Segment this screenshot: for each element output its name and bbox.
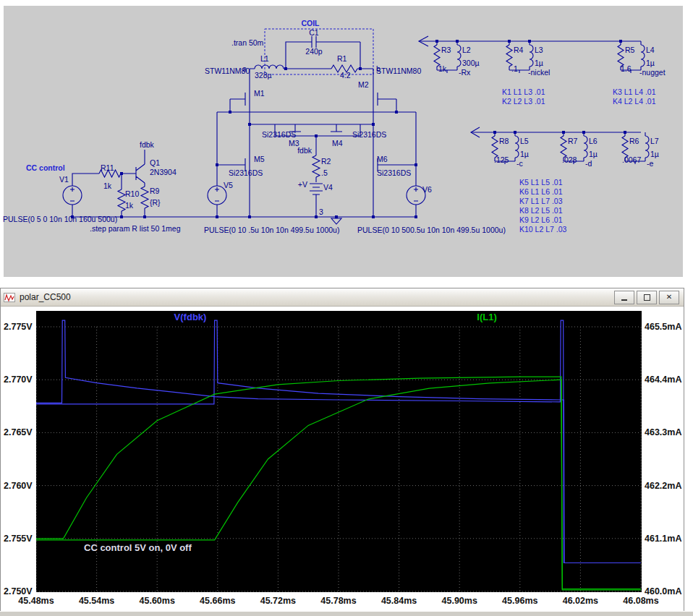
schematic-label: K6 L1 L6 .01 <box>519 187 563 196</box>
schematic-label: -Rx <box>459 68 471 77</box>
schematic-label: R1 <box>337 54 347 63</box>
schematic-label: Si2316DS <box>352 130 386 139</box>
schematic-label: C1 <box>309 28 319 37</box>
schematic-canvas[interactable]: COIL.tran 50mC1240pL1328µR14.2abSTW11NM8… <box>0 0 693 283</box>
plot-area[interactable]: V(fdbk)I(L1) CC control 5V on, 0V off <box>36 311 642 592</box>
schematic-label: L4 <box>646 46 655 54</box>
schematic-label: 1k <box>103 181 112 190</box>
schematic-label: -c <box>516 159 523 168</box>
schematic-label: 1µ <box>646 59 655 67</box>
schematic-label: R4 <box>514 46 524 54</box>
x-tick-label: 45.84ms <box>375 596 423 606</box>
trace-name-i-l1-[interactable]: I(L1) <box>477 312 496 322</box>
y-left-tick-label: 2.770V <box>4 375 33 385</box>
schematic-label: V1 <box>59 175 69 184</box>
x-tick-label: 45.54ms <box>73 596 121 606</box>
schematic-label: 2N3904 <box>150 168 177 176</box>
schematic-label: L3 <box>535 46 543 54</box>
trace-i-l1-run1 <box>36 377 641 589</box>
schematic-label: PULSE(0 10 .5u 10n 10n 499.5u 1000u) <box>204 226 339 234</box>
schematic-label: K3 L1 L4 .01 <box>613 87 656 96</box>
restore-icon <box>644 294 650 301</box>
y-right-tick-label: 461.1mA <box>645 534 681 544</box>
y-left-tick-label: 2.755V <box>4 534 33 544</box>
schematic-label: R7 <box>568 137 578 145</box>
schematic-label: 4.2 <box>340 71 351 80</box>
schematic-label: M2 <box>358 80 369 89</box>
schematic-label: V4 <box>323 183 333 192</box>
schematic-label: Si2316DS <box>377 168 411 177</box>
waveform-body: V(fdbk)I(L1) CC control 5V on, 0V off 2.… <box>1 307 684 611</box>
schematic-label: R3 <box>441 46 451 54</box>
schematic-label: L5 <box>520 137 529 145</box>
schematic-label: M1 <box>254 89 265 98</box>
schematic-label: M5 <box>254 155 265 163</box>
schematic-label: .tran 50m <box>231 38 264 47</box>
close-button[interactable]: ✕ <box>659 291 679 304</box>
schematic-label: fdbk <box>297 146 313 155</box>
schematic-label: -nugget <box>639 68 666 77</box>
schematic-label: .0067 <box>622 155 641 164</box>
schematic-label: 328µ <box>255 71 272 80</box>
schematic-label: 1k <box>125 201 134 210</box>
schematic-label: STW11NM80 <box>376 67 421 75</box>
x-tick-label: 46.08ms <box>617 596 665 606</box>
schematic-label: 3 <box>319 208 323 216</box>
schematic-label: PULSE(0 5 0 10n 10n 160u 500u) <box>3 215 117 223</box>
schematic-label: V5 <box>224 181 233 189</box>
schematic-label: .028 <box>562 155 577 164</box>
schematic-label: L7 <box>650 137 659 145</box>
schematic-label: R9 <box>150 187 160 195</box>
schematic-label: {R} <box>150 198 161 207</box>
schematic-label: -e <box>647 159 653 168</box>
schematic-label: R5 <box>625 46 635 54</box>
minimize-button[interactable] <box>614 291 634 304</box>
waveform-window: polar_CC500 ✕ V(fdbk)I(L1) CC control 5V… <box>0 288 684 611</box>
schematic-label: 1µ <box>520 150 529 158</box>
y-left-tick-label: 2.760V <box>4 481 33 491</box>
waveform-titlebar[interactable]: polar_CC500 ✕ <box>1 288 684 307</box>
schematic-label: 300µ <box>462 59 480 67</box>
schematic-pane[interactable]: COIL.tran 50mC1240pL1328µR14.2abSTW11NM8… <box>0 0 693 283</box>
x-tick-label: 45.78ms <box>315 596 362 606</box>
y-right-tick-label: 462.2mA <box>645 481 681 491</box>
schematic-label: V6 <box>422 185 432 194</box>
trace-name-v-fdbk-[interactable]: V(fdbk) <box>174 312 207 322</box>
y-right-tick-label: 464.4mA <box>645 375 681 385</box>
schematic-label: L6 <box>589 137 598 145</box>
schematic-label: R6 <box>629 137 639 145</box>
schematic-label: M6 <box>377 155 388 163</box>
schematic-label: -nickel <box>528 68 550 77</box>
schematic-label: K10 L2 L7 .03 <box>519 225 567 234</box>
schematic-label: fdbk <box>140 140 155 149</box>
waveform-icon <box>4 293 15 302</box>
schematic-label: 1µ <box>650 150 659 158</box>
y-left-tick-label: 2.775V <box>4 322 33 332</box>
y-left-tick-label: 2.750V <box>4 586 33 596</box>
y-right-tick-label: 463.3mA <box>645 427 681 437</box>
schematic-label: -d <box>585 159 592 168</box>
schematic-label: .step param R list 50 1meg <box>90 224 181 233</box>
schematic-label: K1 L1 L3 .01 <box>502 87 545 96</box>
y-left-tick-label: 2.765V <box>4 427 33 437</box>
schematic-label: .5 <box>321 168 328 177</box>
x-tick-label: 45.90ms <box>435 596 483 606</box>
schematic-label: L1 <box>260 54 269 63</box>
schematic-label: L2 <box>462 46 471 54</box>
x-tick-label: 45.66ms <box>194 596 242 606</box>
x-tick-label: 45.72ms <box>254 596 302 606</box>
x-tick-label: 46.02ms <box>556 596 604 606</box>
schematic-label: R10 <box>125 189 139 198</box>
schematic-label: 1µ <box>535 59 543 67</box>
ltspice-app: COIL.tran 50mC1240pL1328µR14.2abSTW11NM8… <box>0 0 693 616</box>
schematic-label: Si2316DS <box>229 168 263 177</box>
x-tick-label: 45.60ms <box>133 596 181 606</box>
window-bottom-edge <box>0 612 693 616</box>
restore-button[interactable] <box>637 291 657 304</box>
schematic-label: .1 <box>511 64 518 73</box>
schematic-label: K5 L1 L5 .01 <box>519 178 563 187</box>
schematic-label: 1.6 <box>621 64 632 73</box>
close-icon: ✕ <box>666 294 672 301</box>
y-right-tick-label: 460.0mA <box>645 586 681 596</box>
schematic-label: Si2316DS <box>262 130 296 139</box>
